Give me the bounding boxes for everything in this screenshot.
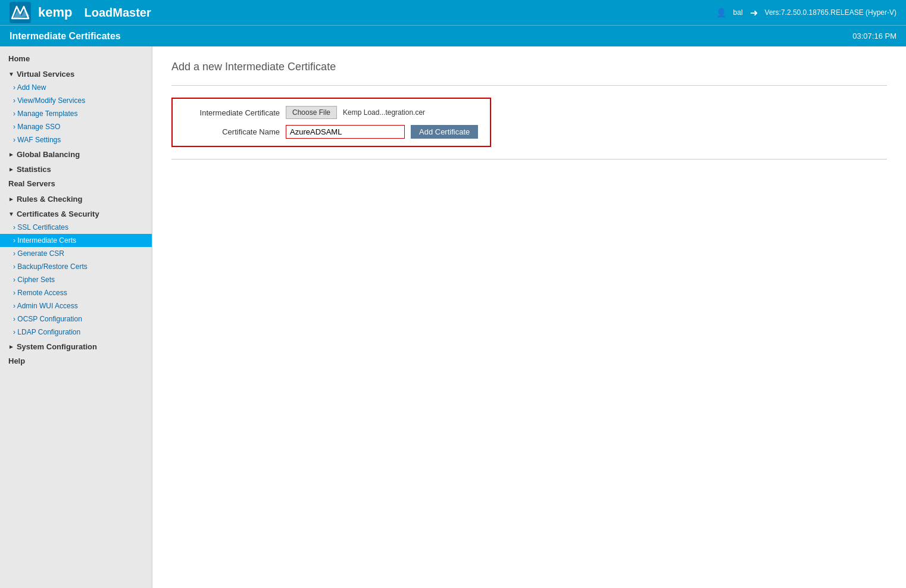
app-title: LoadMaster — [84, 6, 151, 20]
section-label: System Configuration — [17, 342, 97, 351]
sidebar-child-ldap-configuration[interactable]: › LDAP Configuration — [0, 326, 152, 339]
intermediate-cert-row: Intermediate Certificate Choose File Kem… — [185, 106, 478, 119]
kemp-logo — [10, 2, 31, 23]
current-time: 03:07:16 PM — [852, 32, 896, 40]
top-header: kemp LoadMaster 👤 bal ➜ Vers:7.2.50.0.18… — [0, 0, 906, 25]
sidebar-child-cipher-sets[interactable]: › Cipher Sets — [0, 273, 152, 286]
sidebar: Home ▼ Virtual Services › Add New › View… — [0, 46, 152, 588]
sidebar-child-admin-wui-access[interactable]: › Admin WUI Access — [0, 299, 152, 312]
sidebar-child-manage-templates[interactable]: › Manage Templates — [0, 107, 152, 120]
section-label: Certificates & Security — [17, 209, 99, 218]
sidebar-item-real-servers[interactable]: Real Servers — [0, 176, 152, 191]
sidebar-child-backup-restore-certs[interactable]: › Backup/Restore Certs — [0, 260, 152, 273]
sidebar-section-global-balancing[interactable]: ► Global Balancing — [0, 146, 152, 161]
sidebar-child-intermediate-certs[interactable]: › Intermediate Certs — [0, 234, 152, 247]
arrow-icon: ► — [8, 166, 14, 173]
sidebar-child-ssl-certificates[interactable]: › SSL Certificates — [0, 221, 152, 234]
sidebar-child-manage-sso[interactable]: › Manage SSO — [0, 120, 152, 133]
header-right: 👤 bal ➜ Vers:7.2.50.0.18765.RELEASE (Hyp… — [716, 7, 896, 18]
section-label: Statistics — [17, 165, 51, 174]
sidebar-section-rules-checking[interactable]: ► Rules & Checking — [0, 191, 152, 206]
sidebar-child-add-new[interactable]: › Add New — [0, 81, 152, 94]
add-certificate-form: Intermediate Certificate Choose File Kem… — [171, 98, 491, 147]
section-label: Global Balancing — [17, 150, 80, 159]
sub-header: Intermediate Certificates 03:07:16 PM — [0, 25, 906, 46]
main-layout: Home ▼ Virtual Services › Add New › View… — [0, 46, 906, 588]
choose-file-button[interactable]: Choose File — [286, 106, 337, 119]
kemp-wordmark: kemp — [38, 5, 72, 20]
add-certificate-button[interactable]: Add Certificate — [411, 125, 478, 139]
file-name-display: Kemp Load...tegration.cer — [343, 108, 425, 117]
intermediate-cert-label: Intermediate Certificate — [185, 108, 280, 117]
cert-name-input[interactable] — [286, 125, 405, 139]
sidebar-child-waf-settings[interactable]: › WAF Settings — [0, 133, 152, 146]
version-info: Vers:7.2.50.0.18765.RELEASE (Hyper-V) — [765, 8, 896, 17]
sidebar-section-statistics[interactable]: ► Statistics — [0, 161, 152, 176]
arrow-icon: ▼ — [8, 211, 14, 217]
header-left: kemp LoadMaster — [10, 2, 151, 23]
arrow-icon: ► — [8, 151, 14, 158]
sidebar-child-remote-access[interactable]: › Remote Access — [0, 286, 152, 299]
page-subtitle: Intermediate Certificates — [10, 31, 121, 42]
sidebar-section-system-configuration[interactable]: ► System Configuration — [0, 339, 152, 354]
bottom-divider — [171, 159, 887, 159]
section-label: Rules & Checking — [17, 195, 83, 204]
arrow-icon: ► — [8, 343, 14, 350]
content-area: Add a new Intermediate Certificate Inter… — [152, 46, 906, 588]
sidebar-section-virtual-services[interactable]: ▼ Virtual Services — [0, 66, 152, 81]
cert-name-label: Certificate Name — [185, 127, 280, 136]
sidebar-child-view-modify[interactable]: › View/Modify Services — [0, 94, 152, 107]
sidebar-child-ocsp-configuration[interactable]: › OCSP Configuration — [0, 312, 152, 326]
username: bal — [733, 8, 743, 17]
arrow-icon: ▼ — [8, 71, 14, 77]
top-divider — [171, 85, 887, 86]
cert-name-row: Certificate Name Add Certificate — [185, 125, 478, 139]
sidebar-item-home[interactable]: Home — [0, 51, 152, 66]
sidebar-item-help[interactable]: Help — [0, 354, 152, 368]
sidebar-child-generate-csr[interactable]: › Generate CSR — [0, 247, 152, 260]
page-title: Add a new Intermediate Certificate — [171, 61, 887, 73]
section-label: Virtual Services — [17, 70, 74, 79]
arrow-icon: ► — [8, 196, 14, 202]
logout-icon[interactable]: ➜ — [750, 7, 758, 18]
user-icon: 👤 — [716, 8, 726, 17]
sidebar-section-certs-security[interactable]: ▼ Certificates & Security — [0, 206, 152, 221]
